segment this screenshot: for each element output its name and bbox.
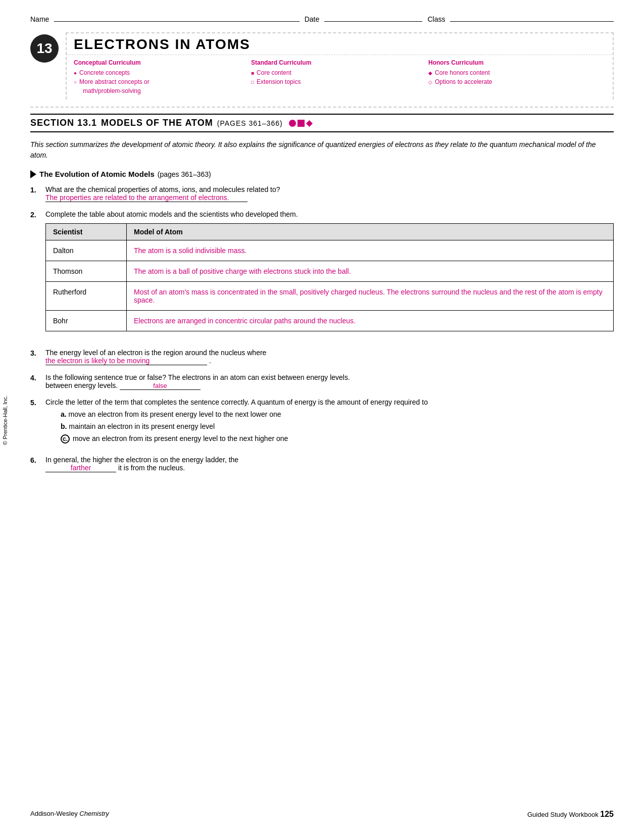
footer-book-title: Chemistry	[79, 810, 109, 817]
sidebar-copyright: © Prentice-Hall, Inc.	[2, 396, 8, 445]
question-4: 4. Is the following sentence true or fal…	[30, 373, 614, 390]
section-icons: ◆	[289, 118, 313, 128]
question-3: 3. The energy level of an electron is th…	[30, 349, 614, 365]
q3-answer: the electron is likely to be moving	[45, 357, 207, 365]
section-title-text: MODELS OF THE ATOM	[101, 118, 213, 128]
q1-content: What are the chemical properties of atom…	[45, 185, 614, 202]
atom-table: Scientist Model of Atom DaltonThe atom i…	[45, 223, 614, 331]
footer-right: Guided Study Workbook 125	[527, 810, 614, 819]
subsection-title: The Evolution of Atomic Models (pages 36…	[30, 170, 614, 178]
curriculum-col-honors: Honors Curriculum ◆ Core honors content …	[428, 59, 606, 95]
open-diamond-icon: ◇	[428, 78, 432, 86]
question-1: 1. What are the chemical properties of a…	[30, 185, 614, 202]
footer-publisher: Addison-Wesley	[30, 810, 79, 817]
section-label: SECTION 13.1	[30, 118, 97, 128]
q3-num: 3.	[30, 349, 45, 365]
header-line: Name Date Class	[30, 15, 614, 23]
diamond-filled-icon: ◆	[428, 69, 432, 77]
q3-text-after: .	[209, 357, 211, 365]
subsection-title-text: The Evolution of Atomic Models	[39, 170, 155, 178]
triangle-icon	[30, 170, 36, 178]
table-row: ThomsonThe atom is a ball of positive ch…	[46, 261, 614, 282]
q4-content: Is the following sentence true or false?…	[45, 373, 614, 390]
chapter-badge: 13	[30, 34, 59, 63]
subsection-pages: (pages 361–363)	[158, 170, 211, 178]
q5-content: Circle the letter of the term that compl…	[45, 398, 614, 448]
q2-text: Complete the table about atomic models a…	[45, 210, 298, 218]
conceptual-item-3: math/problem-solving	[83, 86, 246, 95]
q4-text: Is the following sentence true or false?…	[45, 373, 350, 381]
circle-filled-icon: ●	[74, 69, 77, 77]
standard-title: Standard Curriculum	[251, 59, 423, 66]
scientist-cell: Thomson	[46, 261, 127, 282]
q1-text: What are the chemical properties of atom…	[45, 185, 280, 193]
open-circle-icon: ○	[74, 78, 77, 86]
standard-item-1: ■ Core content	[251, 68, 423, 77]
option-a-text: move an electron from its present energy…	[69, 410, 281, 418]
question-2: 2. Complete the table about atomic model…	[30, 210, 614, 340]
footer-page-num: 125	[600, 810, 614, 818]
square-filled-icon: ■	[251, 69, 254, 77]
q3-content: The energy level of an electron is the r…	[45, 349, 614, 365]
q1-num: 1.	[30, 185, 45, 202]
name-label: Name	[30, 15, 49, 23]
question-5: 5. Circle the letter of the term that co…	[30, 398, 614, 448]
honors-item-2: ◇ Options to accelerate	[428, 77, 601, 86]
curriculum-col-standard: Standard Curriculum ■ Core content □ Ext…	[251, 59, 428, 95]
scientist-cell: Rutherford	[46, 282, 127, 311]
open-square-icon: □	[251, 78, 254, 86]
q5-option-b: b. maintain an electron in its present e…	[61, 422, 614, 430]
footer: Addison-Wesley Chemistry Guided Study Wo…	[30, 810, 614, 819]
q6-text-after: it is from the nucleus.	[118, 464, 185, 472]
q1-answer: The properties are related to the arrang…	[45, 193, 247, 202]
scientist-cell: Dalton	[46, 240, 127, 261]
standard-item-2: □ Extension topics	[251, 77, 423, 86]
model-cell: The atom is a solid indivisible mass.	[127, 240, 614, 261]
conceptual-title: Conceptual Curriculum	[74, 59, 246, 66]
class-underline	[450, 21, 614, 22]
table-row: BohrElectrons are arranged in concentric…	[46, 311, 614, 331]
q6-content: In general, the higher the electron is o…	[45, 456, 614, 472]
section-pages: (pages 361–366)	[217, 119, 283, 127]
honors-title: Honors Curriculum	[428, 59, 601, 66]
option-c-circle: c.	[61, 434, 70, 444]
table-row: DaltonThe atom is a solid indivisible ma…	[46, 240, 614, 261]
model-cell: Most of an atom's mass is concentrated i…	[127, 282, 614, 311]
honors-item-1: ◆ Core honors content	[428, 68, 601, 77]
title-right: ELECTRONS IN ATOMS Conceptual Curriculum…	[66, 32, 614, 100]
q5-num: 5.	[30, 398, 45, 448]
section-square-icon	[298, 120, 305, 127]
title-block: 13 ELECTRONS IN ATOMS Conceptual Curricu…	[30, 32, 614, 100]
q6-text-before: In general, the higher the electron is o…	[45, 456, 238, 464]
curriculum-box: Conceptual Curriculum ● Concrete concept…	[67, 55, 613, 100]
q6-num: 6.	[30, 456, 45, 472]
q2-content: Complete the table about atomic models a…	[45, 210, 614, 340]
conceptual-item-2: ○ More abstract concepts or	[74, 77, 246, 86]
option-b-letter: b.	[61, 422, 67, 430]
q3-text-before: The energy level of an electron is the r…	[45, 349, 266, 357]
q4-num: 4.	[30, 373, 45, 390]
footer-workbook: Guided Study Workbook	[527, 811, 599, 818]
scientist-cell: Bohr	[46, 311, 127, 331]
q4-answer: false	[120, 382, 201, 390]
class-label: Class	[427, 15, 445, 23]
date-underline	[324, 21, 422, 22]
option-c-text: move an electron from its present energy…	[73, 434, 288, 443]
q5-option-c: c. move an electron from its present ene…	[61, 434, 614, 444]
name-underline	[54, 21, 299, 22]
curriculum-col-conceptual: Conceptual Curriculum ● Concrete concept…	[74, 59, 251, 95]
option-a-letter: a.	[61, 410, 67, 418]
section-title: SECTION 13.1 MODELS OF THE ATOM (pages 3…	[30, 114, 614, 132]
section-diamond-icon: ◆	[306, 118, 313, 128]
q2-num: 2.	[30, 210, 45, 340]
intro-text: This section summarizes the development …	[30, 139, 614, 161]
footer-left: Addison-Wesley Chemistry	[30, 810, 109, 819]
q5-option-a: a. move an electron from its present ene…	[61, 410, 614, 418]
date-label: Date	[305, 15, 320, 23]
chapter-title: ELECTRONS IN ATOMS	[67, 33, 613, 55]
conceptual-item-1: ● Concrete concepts	[74, 68, 246, 77]
section-circle-icon	[289, 120, 296, 127]
q5-text: Circle the letter of the term that compl…	[45, 398, 428, 406]
model-cell: Electrons are arranged in concentric cir…	[127, 311, 614, 331]
option-b-text: maintain an electron in its present ener…	[69, 422, 215, 430]
